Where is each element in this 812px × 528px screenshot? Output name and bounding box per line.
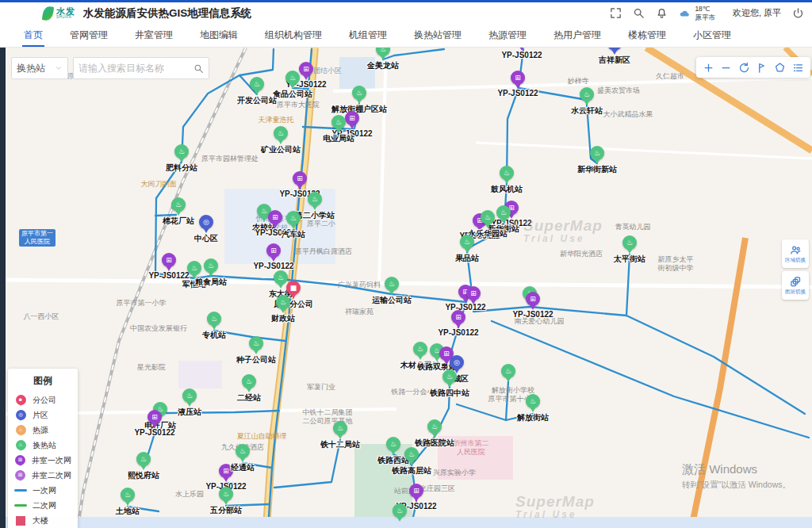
marker-label: 粮食局站 bbox=[195, 277, 227, 288]
search-input[interactable] bbox=[79, 63, 193, 74]
legend-item-热源: ♨热源 bbox=[14, 423, 71, 438]
marker-label: YP-JS0122 bbox=[445, 303, 485, 312]
marker-label: 开发公司站 bbox=[237, 95, 277, 106]
tab-换热站管理[interactable]: 换热站管理 bbox=[412, 24, 463, 47]
marker-label: 铁路医院站 bbox=[415, 438, 454, 449]
tab-首页[interactable]: 首页 bbox=[22, 24, 44, 47]
marker-label: YP-JS0122 bbox=[253, 262, 293, 270]
measure-icon[interactable] bbox=[756, 62, 768, 74]
marker-label: 解放街棚户区站 bbox=[331, 104, 387, 115]
marker-label: YP-JS0122 bbox=[438, 328, 478, 337]
tab-热用户管理[interactable]: 热用户管理 bbox=[552, 24, 603, 47]
marker-label: 新华街新站 bbox=[577, 164, 617, 175]
legend-item-label: 井室一次网 bbox=[32, 455, 71, 466]
marker-label: 水云轩站 bbox=[571, 105, 603, 117]
map-canvas[interactable]: 原平实达中学妙样寺久仁超市盛美农贸市场大小武精品水果原平市园林管理处大间刀削面忻… bbox=[0, 48, 812, 528]
marker-label: 吉祥新区 bbox=[599, 55, 630, 66]
welcome-text: 欢迎您, 原平 bbox=[733, 7, 781, 19]
logo-subtext: SHUIFA bbox=[56, 16, 75, 20]
app-logo: 水发 SHUIFA bbox=[43, 6, 75, 21]
marker-label: YP-JS0122 bbox=[497, 89, 538, 98]
legend-pin-icon: ♨ bbox=[16, 425, 26, 435]
tab-组织机构管理[interactable]: 组织机构管理 bbox=[263, 24, 324, 47]
legend-item-换热站: ♨换热站 bbox=[14, 438, 71, 453]
tab-楼栋管理[interactable]: 楼栋管理 bbox=[626, 24, 668, 47]
legend-item-片区: ◎片区 bbox=[14, 407, 71, 423]
reset-icon[interactable] bbox=[738, 62, 750, 74]
marker-label: 铁十二局站 bbox=[320, 439, 360, 450]
legend-item-井室二次网: ⊞井室二次网 bbox=[14, 468, 71, 483]
search-category-select[interactable]: 换热站 bbox=[11, 57, 68, 79]
legend-square-swatch bbox=[16, 516, 25, 526]
marker-label: 矿业公司站 bbox=[261, 144, 301, 155]
marker-label: 铁路四中站 bbox=[430, 388, 469, 399]
marker-label: 肥料分站 bbox=[166, 163, 197, 174]
tab-地图编辑[interactable]: 地图编辑 bbox=[198, 24, 239, 47]
app-header: 水发 SHUIFA 水发能源盾安供热GIS地理信息系统 18℃ 原平市 欢迎您,… bbox=[0, 2, 812, 24]
notifications-bell-icon[interactable] bbox=[656, 7, 668, 19]
legend-item-分公司: ■分公司 bbox=[14, 392, 71, 407]
weather-widget: 18℃ 原平市 bbox=[679, 5, 715, 21]
map-toolbar bbox=[696, 57, 810, 78]
header-search-icon[interactable] bbox=[633, 7, 645, 19]
map-search-bar: 换热站 bbox=[11, 57, 209, 79]
search-category-value: 换热站 bbox=[17, 62, 45, 75]
draw-polygon-icon[interactable] bbox=[774, 62, 786, 74]
layer-list-icon[interactable] bbox=[792, 62, 804, 74]
weather-temp: 18℃ bbox=[695, 5, 715, 13]
legend-title: 图例 bbox=[14, 374, 71, 388]
marker-label: 运输公司站 bbox=[372, 295, 412, 306]
legend-line-swatch bbox=[14, 504, 27, 507]
legend-item-label: 大楼 bbox=[33, 515, 48, 526]
logout-power-icon[interactable] bbox=[792, 7, 804, 19]
legend-item-label: 分公司 bbox=[33, 395, 56, 406]
legend-item-大楼: 大楼 bbox=[14, 513, 71, 528]
search-submit-icon[interactable] bbox=[193, 63, 204, 74]
zoom-in-icon[interactable] bbox=[703, 62, 714, 74]
map-legend: 图例 ■分公司◎片区♨热源♨换热站⊞井室一次网⊞井室二次网一次网二次网大楼 bbox=[8, 369, 78, 528]
marker-label: 二经站 bbox=[237, 392, 261, 404]
marker-label: 液压站 bbox=[178, 407, 201, 418]
legend-item-label: 换热站 bbox=[33, 440, 56, 451]
tab-小区管理[interactable]: 小区管理 bbox=[691, 24, 733, 47]
legend-item-一次网: 一次网 bbox=[14, 483, 71, 498]
marker-label: 财政站 bbox=[271, 313, 295, 324]
marker-label: YP-JS0122 bbox=[512, 310, 553, 319]
marker-label: YP-JS0122 bbox=[134, 428, 174, 437]
zoom-out-icon[interactable] bbox=[720, 62, 732, 74]
legend-item-井室一次网: ⊞井室一次网 bbox=[14, 453, 71, 468]
logo-leaf-icon bbox=[42, 6, 54, 21]
marker-label: 永乐华园站 bbox=[468, 228, 508, 239]
tab-机组管理[interactable]: 机组管理 bbox=[347, 24, 389, 47]
legend-item-label: 片区 bbox=[33, 410, 48, 421]
图层切换-button[interactable]: 图层切换 bbox=[782, 271, 809, 300]
marker-label: 五分部站 bbox=[210, 505, 242, 516]
chevron-down-icon bbox=[55, 64, 63, 72]
legend-pin-icon: ■ bbox=[16, 395, 26, 405]
page-title: 水发能源盾安供热GIS地理信息系统 bbox=[83, 6, 251, 21]
marker-label: 种子公司站 bbox=[236, 354, 276, 365]
marker-label: YP-JS0122 bbox=[501, 51, 542, 59]
区域切换-button[interactable]: 区域切换 bbox=[782, 239, 809, 268]
app-window: 水发 SHUIFA 水发能源盾安供热GIS地理信息系统 18℃ 原平市 欢迎您,… bbox=[0, 0, 812, 528]
legend-pin-icon: ⊞ bbox=[15, 470, 25, 480]
legend-item-label: 热源 bbox=[33, 425, 48, 436]
legend-line-swatch bbox=[14, 489, 27, 492]
legend-item-二次网: 二次网 bbox=[14, 498, 71, 513]
tab-井室管理[interactable]: 井室管理 bbox=[133, 24, 174, 47]
marker-label: 太平街站 bbox=[614, 254, 645, 265]
weather-city: 原平市 bbox=[695, 13, 715, 21]
legend-pin-icon: ⊞ bbox=[15, 455, 25, 465]
marker-label: 熙悦府站 bbox=[128, 470, 159, 481]
marker-label: 经通站 bbox=[231, 462, 255, 473]
tab-热源管理[interactable]: 热源管理 bbox=[487, 24, 528, 47]
layer-switch-icon bbox=[790, 276, 802, 288]
region-switch-icon bbox=[790, 244, 802, 256]
legend-item-label: 二次网 bbox=[33, 500, 56, 511]
fullscreen-icon[interactable] bbox=[610, 7, 622, 19]
legend-item-label: 井室二次网 bbox=[32, 470, 71, 481]
marker-label: 土地站 bbox=[116, 506, 140, 517]
tab-管网管理[interactable]: 管网管理 bbox=[68, 24, 109, 47]
main-nav: 首页管网管理井室管理地图编辑组织机构管理机组管理换热站管理热源管理热用户管理楼栋… bbox=[0, 24, 812, 48]
bottom-road-band bbox=[0, 517, 812, 528]
